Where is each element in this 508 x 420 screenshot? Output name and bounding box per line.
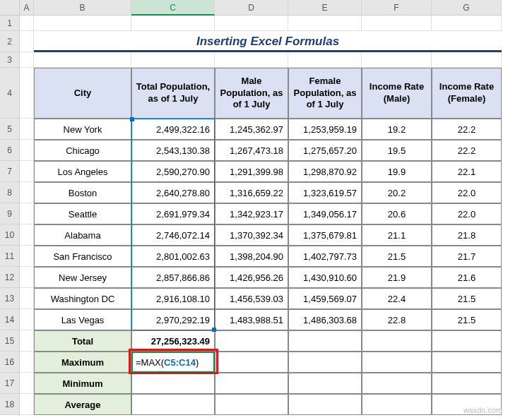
rate-male-cell[interactable]: 19.2 — [362, 119, 432, 140]
rate-female-cell[interactable]: 21.8 — [432, 224, 502, 246]
male-cell[interactable]: 1,342,923.17 — [215, 203, 288, 224]
cell-gutter[interactable] — [20, 161, 34, 182]
rate-male-cell[interactable]: 20.2 — [362, 182, 432, 203]
total-cell[interactable]: 2,691,979.34 — [131, 203, 215, 224]
cell-C1[interactable] — [131, 16, 215, 31]
city-cell[interactable]: Boston — [34, 182, 131, 203]
cell-A3[interactable] — [20, 52, 34, 68]
row-header-12[interactable]: 12 — [0, 267, 19, 288]
male-cell[interactable]: 1,316,659.22 — [215, 182, 288, 203]
cell-D3[interactable] — [215, 52, 288, 68]
cell-A2[interactable] — [20, 31, 34, 52]
cell-B3[interactable] — [34, 52, 131, 68]
rate-female-cell[interactable]: 22.0 — [432, 182, 502, 203]
row-header-16[interactable]: 16 — [0, 352, 19, 373]
rate-female-cell[interactable]: 21.7 — [432, 246, 502, 267]
rate-female-cell[interactable]: 22.1 — [432, 161, 502, 182]
female-cell[interactable]: 1,253,959.19 — [288, 119, 362, 140]
select-all-corner[interactable] — [0, 0, 20, 16]
cell-G3[interactable] — [432, 52, 502, 68]
header-rate-female[interactable]: Income Rate (Female) — [432, 68, 502, 119]
header-city[interactable]: City — [34, 68, 131, 119]
row-header-13[interactable]: 13 — [0, 288, 19, 309]
col-header-B[interactable]: B — [34, 0, 131, 16]
total-cell[interactable]: 2,590,270.90 — [131, 161, 215, 182]
rate-male-cell[interactable]: 21.5 — [362, 246, 432, 267]
row-header-3[interactable]: 3 — [0, 52, 19, 68]
total-cell[interactable]: 2,970,292.19 — [131, 309, 215, 330]
col-header-E[interactable]: E — [288, 0, 362, 16]
female-cell[interactable]: 1,402,797.73 — [288, 246, 362, 267]
city-cell[interactable]: Chicago — [34, 140, 131, 161]
rate-female-cell[interactable]: 21.5 — [432, 309, 502, 330]
rate-male-cell[interactable]: 22.4 — [362, 288, 432, 309]
cell-gutter[interactable] — [20, 140, 34, 161]
header-total-pop[interactable]: Total Population, as of 1 July — [131, 68, 215, 119]
total-cell[interactable]: 2,499,322.16 — [131, 119, 215, 140]
row-header-5[interactable]: 5 — [0, 119, 19, 140]
male-cell[interactable]: 1,456,539.03 — [215, 288, 288, 309]
female-cell[interactable]: 1,486,303.68 — [288, 309, 362, 330]
col-header-F[interactable]: F — [362, 0, 432, 16]
row-header-7[interactable]: 7 — [0, 161, 19, 182]
cell-F16[interactable] — [362, 352, 432, 373]
city-cell[interactable]: Seattle — [34, 203, 131, 224]
cell-E3[interactable] — [288, 52, 362, 68]
cell-A16[interactable] — [20, 352, 34, 373]
rate-male-cell[interactable]: 21.1 — [362, 224, 432, 246]
female-cell[interactable]: 1,323,619.57 — [288, 182, 362, 203]
row-header-10[interactable]: 10 — [0, 224, 19, 246]
cell-G17[interactable] — [432, 373, 502, 394]
cell-E1[interactable] — [288, 16, 362, 31]
col-header-C[interactable]: C — [131, 0, 215, 16]
cell-C3[interactable] — [131, 52, 215, 68]
male-cell[interactable]: 1,426,956.26 — [215, 267, 288, 288]
cell-F3[interactable] — [362, 52, 432, 68]
cell-F1[interactable] — [362, 16, 432, 31]
cell-gutter[interactable] — [20, 203, 34, 224]
cell-E15[interactable] — [288, 330, 362, 352]
row-header-18[interactable]: 18 — [0, 394, 19, 415]
rate-male-cell[interactable]: 19.9 — [362, 161, 432, 182]
rate-male-cell[interactable]: 20.6 — [362, 203, 432, 224]
rate-male-cell[interactable]: 21.9 — [362, 267, 432, 288]
formula-edit-cell[interactable]: =MAX(C5:C14) — [131, 352, 215, 373]
rate-female-cell[interactable]: 22.2 — [432, 140, 502, 161]
cell-A18[interactable] — [20, 394, 34, 415]
col-header-D[interactable]: D — [215, 0, 288, 16]
row-header-2[interactable]: 2 — [0, 31, 19, 52]
cell-F18[interactable] — [362, 394, 432, 415]
cell-D17[interactable] — [215, 373, 288, 394]
col-header-A[interactable]: A — [20, 0, 34, 16]
cell-E18[interactable] — [288, 394, 362, 415]
header-male-pop[interactable]: Male Population, as of 1 July — [215, 68, 288, 119]
city-cell[interactable]: New York — [34, 119, 131, 140]
summary-total-value[interactable]: 27,256,323.49 — [131, 330, 215, 352]
cell-G1[interactable] — [432, 16, 502, 31]
rate-female-cell[interactable]: 22.2 — [432, 119, 502, 140]
row-header-6[interactable]: 6 — [0, 140, 19, 161]
page-title[interactable]: Inserting Excel Formulas — [34, 31, 502, 52]
cell-G15[interactable] — [432, 330, 502, 352]
rate-male-cell[interactable]: 19.5 — [362, 140, 432, 161]
cell-gutter[interactable] — [20, 182, 34, 203]
header-female-pop[interactable]: Female Population, as of 1 July — [288, 68, 362, 119]
row-header-9[interactable]: 9 — [0, 203, 19, 224]
cell-E17[interactable] — [288, 373, 362, 394]
summary-avg-label[interactable]: Average — [34, 394, 131, 415]
cell-B1[interactable] — [34, 16, 131, 31]
cell-A4[interactable] — [20, 68, 34, 119]
cell-A15[interactable] — [20, 330, 34, 352]
rate-female-cell[interactable]: 21.5 — [432, 288, 502, 309]
male-cell[interactable]: 1,291,399.98 — [215, 161, 288, 182]
row-header-17[interactable]: 17 — [0, 373, 19, 394]
summary-min-label[interactable]: Minimum — [34, 373, 131, 394]
city-cell[interactable]: New Jersey — [34, 267, 131, 288]
cell-A1[interactable] — [20, 16, 34, 31]
cell-A17[interactable] — [20, 373, 34, 394]
male-cell[interactable]: 1,398,204.90 — [215, 246, 288, 267]
row-header-1[interactable]: 1 — [0, 16, 19, 31]
cell-gutter[interactable] — [20, 246, 34, 267]
total-cell[interactable]: 2,801,002.63 — [131, 246, 215, 267]
male-cell[interactable]: 1,267,473.18 — [215, 140, 288, 161]
